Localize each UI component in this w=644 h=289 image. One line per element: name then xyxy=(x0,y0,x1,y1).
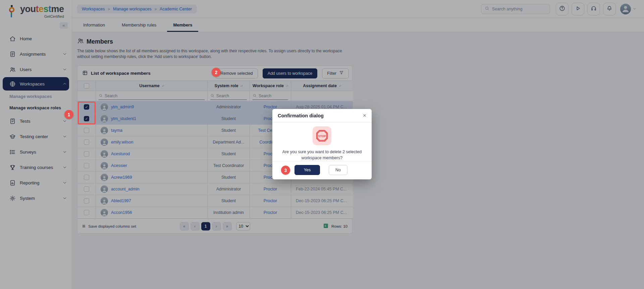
dialog-body: STOP Are you sure you want to delete 2 s… xyxy=(272,122,372,161)
annotation-step-2: 2 xyxy=(212,68,221,77)
svg-text:STOP: STOP xyxy=(318,134,326,138)
annotation-step-1: 1 xyxy=(64,110,73,119)
annotation-step-3: 3 xyxy=(281,166,290,175)
stop-icon: STOP xyxy=(313,126,331,145)
annotation-rect-checkboxes xyxy=(78,102,96,124)
no-button[interactable]: No xyxy=(329,165,347,175)
dialog-header: Confirmation dialog × xyxy=(272,109,372,122)
dialog-title: Confirmation dialog xyxy=(278,113,324,118)
close-icon[interactable]: × xyxy=(363,113,366,118)
yes-button[interactable]: Yes xyxy=(294,165,320,175)
dialog-message: Are you sure you want to delete 2 select… xyxy=(280,149,364,161)
